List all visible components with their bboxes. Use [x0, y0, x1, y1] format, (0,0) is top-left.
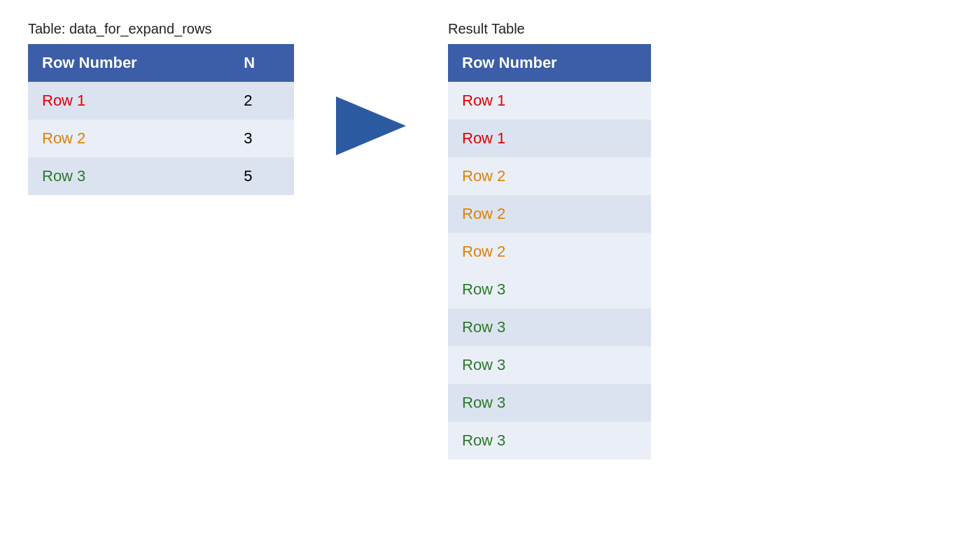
result-cell-row-number: Row 2 — [448, 157, 651, 195]
result-table: Row Number Row 1Row 1Row 2Row 2Row 2Row … — [448, 44, 651, 459]
arrow-container — [336, 21, 406, 147]
source-table: Row Number N Row 12Row 23Row 35 — [28, 44, 294, 195]
result-table-row: Row 3 — [448, 308, 651, 346]
result-table-row: Row 1 — [448, 82, 651, 120]
source-table-row: Row 12 — [28, 82, 294, 120]
result-cell-row-number: Row 2 — [448, 233, 651, 271]
result-table-row: Row 2 — [448, 195, 651, 233]
source-table-row: Row 35 — [28, 157, 294, 195]
source-cell-row-number: Row 2 — [28, 120, 230, 157]
source-header-row-number: Row Number — [28, 44, 230, 82]
source-cell-n: 3 — [230, 120, 294, 157]
result-header-row-number: Row Number — [448, 44, 651, 82]
result-table-row: Row 2 — [448, 233, 651, 271]
source-header-n: N — [230, 44, 294, 82]
result-cell-row-number: Row 3 — [448, 308, 651, 346]
source-cell-n: 5 — [230, 157, 294, 195]
result-cell-row-number: Row 3 — [448, 346, 651, 384]
result-table-section: Result Table Row Number Row 1Row 1Row 2R… — [448, 21, 651, 459]
result-cell-row-number: Row 3 — [448, 384, 651, 422]
result-cell-row-number: Row 1 — [448, 82, 651, 120]
result-table-row: Row 3 — [448, 384, 651, 422]
result-cell-row-number: Row 3 — [448, 422, 651, 459]
source-table-row: Row 23 — [28, 120, 294, 157]
result-table-row: Row 3 — [448, 346, 651, 384]
right-arrow-icon — [336, 105, 406, 147]
source-table-section: Table: data_for_expand_rows Row Number N… — [28, 21, 294, 195]
source-cell-row-number: Row 1 — [28, 82, 230, 120]
source-cell-row-number: Row 3 — [28, 157, 230, 195]
result-table-title: Result Table — [448, 21, 525, 37]
result-cell-row-number: Row 1 — [448, 120, 651, 157]
result-cell-row-number: Row 2 — [448, 195, 651, 233]
source-cell-n: 2 — [230, 82, 294, 120]
page-container: Table: data_for_expand_rows Row Number N… — [28, 21, 952, 459]
result-cell-row-number: Row 3 — [448, 271, 651, 308]
result-table-row: Row 2 — [448, 157, 651, 195]
result-table-row: Row 1 — [448, 120, 651, 157]
source-table-title: Table: data_for_expand_rows — [28, 21, 211, 37]
result-table-row: Row 3 — [448, 422, 651, 459]
result-table-row: Row 3 — [448, 271, 651, 308]
